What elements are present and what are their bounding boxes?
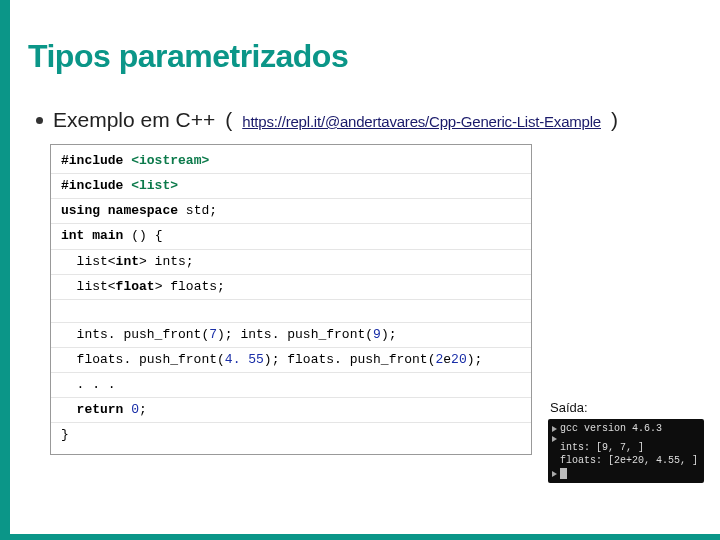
code-block: #include <iostream> #include <list> usin…: [50, 144, 532, 455]
code-token: ;: [139, 402, 147, 417]
output-label: Saída:: [548, 400, 704, 415]
code-token: > ints;: [139, 254, 194, 269]
code-line: ints. push_front(7); ints. push_front(9)…: [51, 323, 531, 348]
code-token: int: [116, 254, 139, 269]
code-token: <iostream>: [131, 153, 209, 168]
example-link[interactable]: https://repl.it/@andertavares/Cpp-Generi…: [242, 113, 601, 130]
terminal-line: [552, 468, 700, 479]
code-line: using namespace std;: [51, 199, 531, 224]
code-line: int main () {: [51, 224, 531, 249]
code-line-blank: [51, 300, 531, 323]
code-token: #include: [61, 153, 131, 168]
code-token: . . .: [61, 377, 116, 392]
code-line: }: [51, 423, 531, 447]
prompt-icon: [552, 471, 557, 476]
code-line: list<float> floats;: [51, 275, 531, 300]
terminal-text: gcc version 4.6.3: [560, 422, 662, 436]
code-token: <list>: [131, 178, 178, 193]
code-token: () {: [123, 228, 162, 243]
paren-open: (: [225, 108, 232, 132]
prompt-icon: [552, 426, 557, 431]
code-token: #include: [61, 178, 131, 193]
code-token: );: [467, 352, 483, 367]
bullet-row: Exemplo em C++ ( https://repl.it/@andert…: [36, 108, 618, 132]
code-line: floats. push_front(4. 55); floats. push_…: [51, 348, 531, 373]
code-token: using namespace: [61, 203, 186, 218]
code-token: 7: [209, 327, 217, 342]
code-token: 9: [373, 327, 381, 342]
terminal-line: floats: [2e+20, 4.55, ]: [552, 454, 700, 468]
code-line: #include <iostream>: [51, 149, 531, 174]
code-token: list<: [61, 254, 116, 269]
code-token: e: [443, 352, 451, 367]
code-line: . . .: [51, 373, 531, 398]
code-token: }: [61, 427, 69, 442]
code-token: ); ints. push_front(: [217, 327, 373, 342]
code-token: ints. push_front(: [61, 327, 209, 342]
code-token: std;: [186, 203, 217, 218]
code-token: 20: [451, 352, 467, 367]
code-token: 0: [131, 402, 139, 417]
code-token: int: [61, 228, 92, 243]
code-token: ); floats. push_front(: [264, 352, 436, 367]
code-token: return: [61, 402, 131, 417]
svg-marker-0: [552, 426, 557, 432]
terminal-cursor-icon: [560, 468, 567, 479]
left-accent-bar: [0, 0, 10, 540]
svg-marker-2: [552, 471, 557, 477]
bullet-text: Exemplo em C++: [53, 108, 215, 132]
terminal-text: ints: [9, 7, ]: [552, 441, 644, 455]
terminal-text: floats: [2e+20, 4.55, ]: [552, 454, 698, 468]
code-line: #include <list>: [51, 174, 531, 199]
code-token: > floats;: [155, 279, 225, 294]
code-token: list<: [61, 279, 116, 294]
code-token: float: [116, 279, 155, 294]
code-token: 4. 55: [225, 352, 264, 367]
code-token: );: [381, 327, 397, 342]
code-line: list<int> ints;: [51, 250, 531, 275]
terminal-output: gcc version 4.6.3 ints: [9, 7, ] floats:…: [548, 419, 704, 483]
output-block: Saída: gcc version 4.6.3 ints: [9, 7, ] …: [548, 400, 704, 483]
code-token: floats. push_front(: [61, 352, 225, 367]
bottom-accent-bar: [0, 534, 720, 540]
code-token: main: [92, 228, 123, 243]
bullet-dot-icon: [36, 117, 43, 124]
slide-title: Tipos parametrizados: [28, 38, 348, 75]
paren-close: ): [611, 108, 618, 132]
terminal-line: gcc version 4.6.3: [552, 422, 700, 436]
terminal-line: ints: [9, 7, ]: [552, 441, 700, 455]
code-line: return 0;: [51, 398, 531, 423]
